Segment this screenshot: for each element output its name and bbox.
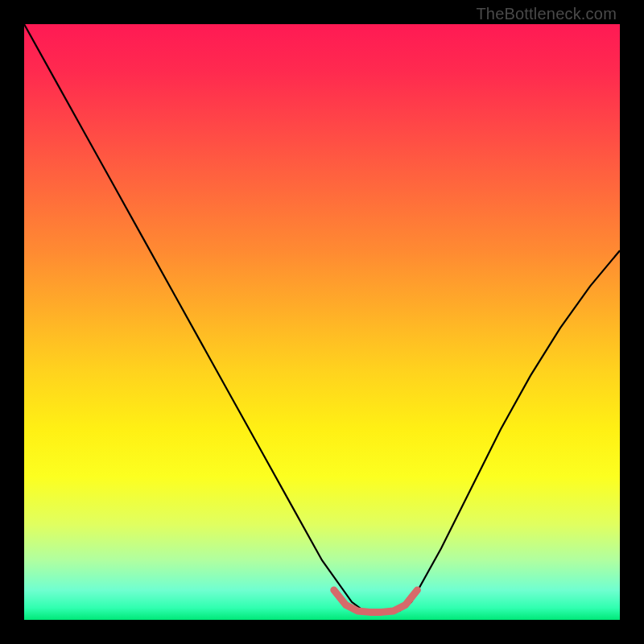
curve-svg bbox=[24, 24, 620, 620]
bottleneck-curve-path bbox=[24, 24, 620, 611]
chart-container: TheBottleneck.com bbox=[0, 0, 644, 644]
watermark-text: TheBottleneck.com bbox=[476, 5, 617, 23]
plot-area bbox=[24, 24, 620, 620]
